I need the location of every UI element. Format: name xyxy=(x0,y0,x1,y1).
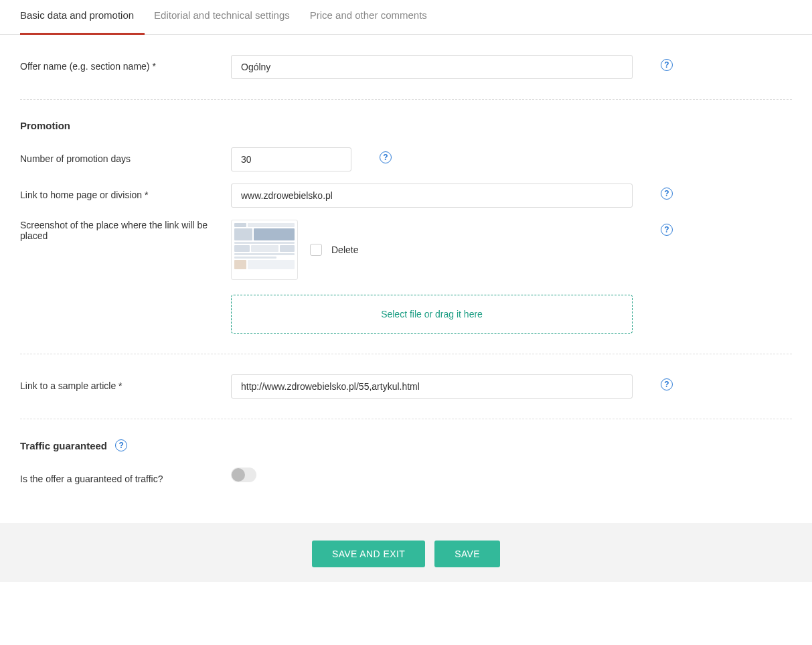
traffic-guarantee-toggle[interactable] xyxy=(231,468,256,482)
help-icon[interactable]: ? xyxy=(661,188,673,200)
promotion-heading: Promotion xyxy=(20,120,792,131)
sample-article-label: Link to a sample article * xyxy=(20,374,231,391)
row-offer-name: Offer name (e.g. section name) * ? xyxy=(20,55,792,79)
row-sample-article: Link to a sample article * ? xyxy=(20,374,792,399)
divider xyxy=(20,354,792,354)
help-icon[interactable]: ? xyxy=(661,224,673,236)
help-icon[interactable]: ? xyxy=(661,378,673,390)
delete-label: Delete xyxy=(331,244,358,255)
divider xyxy=(20,419,792,419)
save-and-exit-button[interactable]: SAVE AND EXIT xyxy=(312,541,425,567)
save-button[interactable]: SAVE xyxy=(434,541,500,567)
row-promotion-days: Number of promotion days ? xyxy=(20,147,792,171)
tab-price-comments[interactable]: Price and other comments xyxy=(310,0,438,35)
tabs: Basic data and promotion Editorial and t… xyxy=(0,0,812,35)
promotion-days-label: Number of promotion days xyxy=(20,147,231,164)
help-icon[interactable]: ? xyxy=(661,59,673,71)
tab-editorial-settings[interactable]: Editorial and technical settings xyxy=(154,0,301,35)
screenshot-thumbnail[interactable] xyxy=(231,220,298,280)
divider xyxy=(20,99,792,100)
delete-checkbox[interactable] xyxy=(310,244,322,256)
row-home-link: Link to home page or division * ? xyxy=(20,184,792,208)
row-traffic-toggle: Is the offer a guaranteed of traffic? xyxy=(20,468,792,484)
home-link-input[interactable] xyxy=(231,184,633,208)
help-icon[interactable]: ? xyxy=(380,151,392,163)
screenshot-label: Screenshot of the place where the link w… xyxy=(20,220,231,241)
promotion-days-input[interactable] xyxy=(231,147,351,171)
row-screenshot: Screenshot of the place where the link w… xyxy=(20,220,792,334)
form-content: Offer name (e.g. section name) * ? Promo… xyxy=(0,35,812,516)
sample-article-input[interactable] xyxy=(231,374,633,399)
traffic-heading-text: Traffic guaranteed xyxy=(20,440,107,451)
file-dropzone[interactable]: Select file or drag it here xyxy=(231,295,633,334)
offer-name-label: Offer name (e.g. section name) * xyxy=(20,55,231,72)
traffic-toggle-label: Is the offer a guaranteed of traffic? xyxy=(20,468,231,484)
traffic-heading: Traffic guaranteed ? xyxy=(20,439,792,451)
help-icon[interactable]: ? xyxy=(115,439,127,451)
offer-name-input[interactable] xyxy=(231,55,633,79)
footer-actions: SAVE AND EXIT SAVE xyxy=(0,523,812,582)
tab-basic-data[interactable]: Basic data and promotion xyxy=(20,0,145,35)
home-link-label: Link to home page or division * xyxy=(20,184,231,200)
toggle-knob xyxy=(232,468,245,482)
